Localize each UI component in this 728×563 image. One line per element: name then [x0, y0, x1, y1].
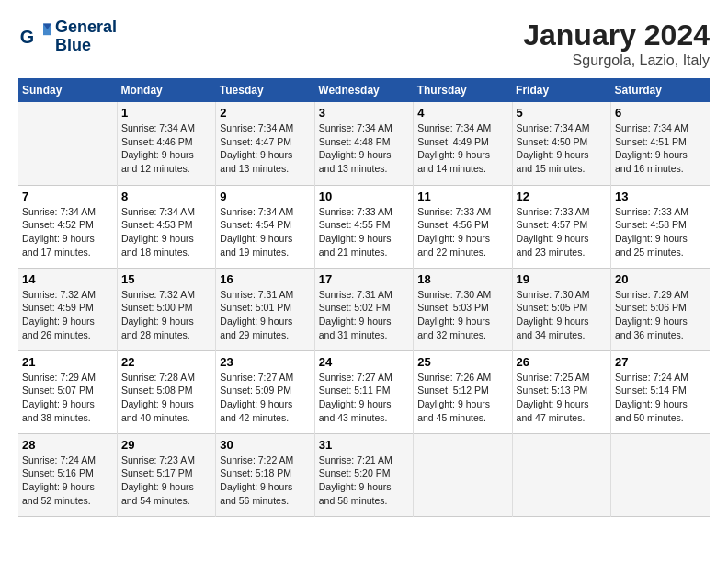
- day-info: Sunrise: 7:22 AM Sunset: 5:18 PM Dayligh…: [220, 454, 310, 508]
- day-info: Sunrise: 7:34 AM Sunset: 4:54 PM Dayligh…: [220, 205, 310, 259]
- calendar-cell: [611, 433, 710, 516]
- calendar-cell: 26Sunrise: 7:25 AM Sunset: 5:13 PM Dayli…: [512, 350, 610, 433]
- day-info: Sunrise: 7:34 AM Sunset: 4:46 PM Dayligh…: [121, 121, 211, 176]
- logo-line1: General: [55, 17, 117, 36]
- day-number: 25: [417, 355, 507, 369]
- weekday-header-friday: Friday: [512, 78, 610, 102]
- day-number: 29: [121, 438, 211, 452]
- day-number: 30: [220, 438, 310, 452]
- day-info: Sunrise: 7:33 AM Sunset: 4:56 PM Dayligh…: [417, 205, 507, 259]
- calendar-cell: 28Sunrise: 7:24 AM Sunset: 5:16 PM Dayli…: [18, 433, 117, 516]
- day-info: Sunrise: 7:26 AM Sunset: 5:12 PM Dayligh…: [417, 371, 507, 425]
- day-info: Sunrise: 7:34 AM Sunset: 4:53 PM Dayligh…: [121, 205, 211, 259]
- weekday-header-wednesday: Wednesday: [314, 78, 413, 102]
- day-number: 22: [121, 355, 211, 369]
- weekday-header-saturday: Saturday: [611, 78, 710, 102]
- day-info: Sunrise: 7:33 AM Sunset: 4:58 PM Dayligh…: [615, 205, 706, 259]
- calendar-cell: 25Sunrise: 7:26 AM Sunset: 5:12 PM Dayli…: [414, 350, 512, 433]
- weekday-header-tuesday: Tuesday: [216, 78, 314, 102]
- calendar-cell: 14Sunrise: 7:32 AM Sunset: 4:59 PM Dayli…: [18, 268, 117, 350]
- day-number: 10: [319, 190, 409, 203]
- calendar-cell: 27Sunrise: 7:24 AM Sunset: 5:14 PM Dayli…: [611, 350, 710, 433]
- weekday-header-row: SundayMondayTuesdayWednesdayThursdayFrid…: [18, 78, 710, 102]
- calendar-body: 1Sunrise: 7:34 AM Sunset: 4:46 PM Daylig…: [18, 102, 710, 516]
- calendar-cell: 11Sunrise: 7:33 AM Sunset: 4:56 PM Dayli…: [414, 185, 512, 268]
- day-info: Sunrise: 7:32 AM Sunset: 4:59 PM Dayligh…: [22, 288, 113, 342]
- day-info: Sunrise: 7:30 AM Sunset: 5:05 PM Dayligh…: [517, 288, 607, 342]
- day-number: 19: [517, 272, 607, 286]
- page-header: G General Blue January 2024 Sgurgola, La…: [18, 18, 710, 69]
- day-number: 16: [220, 272, 310, 286]
- day-info: Sunrise: 7:34 AM Sunset: 4:47 PM Dayligh…: [220, 121, 310, 176]
- day-info: Sunrise: 7:29 AM Sunset: 5:06 PM Dayligh…: [615, 288, 706, 342]
- calendar-cell: 12Sunrise: 7:33 AM Sunset: 4:57 PM Dayli…: [512, 185, 610, 268]
- calendar-cell: 31Sunrise: 7:21 AM Sunset: 5:20 PM Dayli…: [314, 433, 413, 516]
- calendar-cell: 7Sunrise: 7:34 AM Sunset: 4:52 PM Daylig…: [18, 185, 117, 268]
- calendar-cell: 30Sunrise: 7:22 AM Sunset: 5:18 PM Dayli…: [216, 433, 314, 516]
- day-number: 14: [22, 272, 113, 286]
- calendar-cell: 6Sunrise: 7:34 AM Sunset: 4:51 PM Daylig…: [611, 102, 710, 185]
- day-info: Sunrise: 7:33 AM Sunset: 4:55 PM Dayligh…: [319, 205, 409, 259]
- day-number: 23: [220, 355, 310, 369]
- calendar-cell: 3Sunrise: 7:34 AM Sunset: 4:48 PM Daylig…: [314, 102, 413, 185]
- day-number: 12: [517, 190, 607, 203]
- day-number: 28: [22, 438, 113, 452]
- day-number: 13: [615, 190, 706, 203]
- day-info: Sunrise: 7:31 AM Sunset: 5:02 PM Dayligh…: [319, 288, 409, 342]
- day-number: 15: [121, 272, 211, 286]
- day-info: Sunrise: 7:25 AM Sunset: 5:13 PM Dayligh…: [517, 371, 607, 425]
- week-row-3: 14Sunrise: 7:32 AM Sunset: 4:59 PM Dayli…: [18, 268, 710, 350]
- day-info: Sunrise: 7:33 AM Sunset: 4:57 PM Dayligh…: [517, 205, 607, 259]
- day-number: 9: [220, 190, 310, 203]
- calendar-cell: 15Sunrise: 7:32 AM Sunset: 5:00 PM Dayli…: [117, 268, 215, 350]
- day-number: 24: [319, 355, 409, 369]
- weekday-header-monday: Monday: [117, 78, 215, 102]
- day-number: 20: [615, 272, 706, 286]
- calendar-cell: 5Sunrise: 7:34 AM Sunset: 4:50 PM Daylig…: [512, 102, 610, 185]
- day-number: 3: [319, 106, 409, 120]
- weekday-header-sunday: Sunday: [18, 78, 117, 102]
- day-info: Sunrise: 7:32 AM Sunset: 5:00 PM Dayligh…: [121, 288, 211, 342]
- day-number: 1: [121, 106, 211, 120]
- day-number: 8: [121, 190, 211, 203]
- week-row-5: 28Sunrise: 7:24 AM Sunset: 5:16 PM Dayli…: [18, 433, 710, 516]
- day-info: Sunrise: 7:34 AM Sunset: 4:49 PM Dayligh…: [417, 121, 507, 176]
- week-row-2: 7Sunrise: 7:34 AM Sunset: 4:52 PM Daylig…: [18, 185, 710, 268]
- logo-icon: G: [18, 20, 51, 53]
- day-info: Sunrise: 7:24 AM Sunset: 5:16 PM Dayligh…: [22, 454, 113, 508]
- calendar-cell: [18, 102, 117, 185]
- page-subtitle: Sgurgola, Lazio, Italy: [523, 52, 710, 69]
- day-info: Sunrise: 7:21 AM Sunset: 5:20 PM Dayligh…: [319, 454, 409, 508]
- day-number: 18: [417, 272, 507, 286]
- calendar-cell: 22Sunrise: 7:28 AM Sunset: 5:08 PM Dayli…: [117, 350, 215, 433]
- calendar-cell: 4Sunrise: 7:34 AM Sunset: 4:49 PM Daylig…: [414, 102, 512, 185]
- logo-text: General Blue: [55, 18, 117, 55]
- calendar-cell: 8Sunrise: 7:34 AM Sunset: 4:53 PM Daylig…: [117, 185, 215, 268]
- day-number: 17: [319, 272, 409, 286]
- day-info: Sunrise: 7:28 AM Sunset: 5:08 PM Dayligh…: [121, 371, 211, 425]
- title-block: January 2024 Sgurgola, Lazio, Italy: [523, 18, 710, 69]
- day-info: Sunrise: 7:34 AM Sunset: 4:50 PM Dayligh…: [517, 121, 607, 176]
- calendar-cell: 23Sunrise: 7:27 AM Sunset: 5:09 PM Dayli…: [216, 350, 314, 433]
- calendar-cell: 24Sunrise: 7:27 AM Sunset: 5:11 PM Dayli…: [314, 350, 413, 433]
- calendar-table: SundayMondayTuesdayWednesdayThursdayFrid…: [18, 78, 710, 517]
- calendar-cell: 18Sunrise: 7:30 AM Sunset: 5:03 PM Dayli…: [414, 268, 512, 350]
- calendar-cell: 29Sunrise: 7:23 AM Sunset: 5:17 PM Dayli…: [117, 433, 215, 516]
- calendar-cell: 17Sunrise: 7:31 AM Sunset: 5:02 PM Dayli…: [314, 268, 413, 350]
- day-info: Sunrise: 7:29 AM Sunset: 5:07 PM Dayligh…: [22, 371, 113, 425]
- calendar-cell: 10Sunrise: 7:33 AM Sunset: 4:55 PM Dayli…: [314, 185, 413, 268]
- day-info: Sunrise: 7:31 AM Sunset: 5:01 PM Dayligh…: [220, 288, 310, 342]
- calendar-cell: 13Sunrise: 7:33 AM Sunset: 4:58 PM Dayli…: [611, 185, 710, 268]
- weekday-header-thursday: Thursday: [414, 78, 512, 102]
- day-info: Sunrise: 7:34 AM Sunset: 4:52 PM Dayligh…: [22, 205, 113, 259]
- day-number: 2: [220, 106, 310, 120]
- day-number: 5: [517, 106, 607, 120]
- page-title: January 2024: [523, 18, 710, 52]
- week-row-4: 21Sunrise: 7:29 AM Sunset: 5:07 PM Dayli…: [18, 350, 710, 433]
- svg-text:G: G: [20, 27, 34, 47]
- day-number: 31: [319, 438, 409, 452]
- day-number: 21: [22, 355, 113, 369]
- week-row-1: 1Sunrise: 7:34 AM Sunset: 4:46 PM Daylig…: [18, 102, 710, 185]
- calendar-cell: 20Sunrise: 7:29 AM Sunset: 5:06 PM Dayli…: [611, 268, 710, 350]
- calendar-cell: 21Sunrise: 7:29 AM Sunset: 5:07 PM Dayli…: [18, 350, 117, 433]
